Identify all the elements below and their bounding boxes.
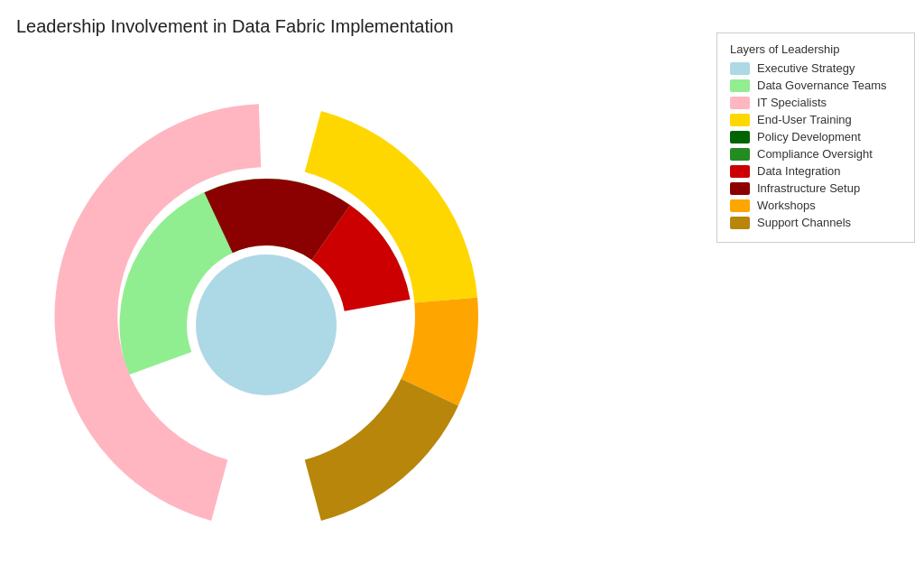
legend-label: Data Integration xyxy=(757,164,841,178)
legend-label: Workshops xyxy=(757,199,816,212)
legend-swatch xyxy=(730,165,750,178)
legend-item: Data Governance Teams xyxy=(730,79,901,92)
legend-label: Infrastructure Setup xyxy=(757,181,860,195)
legend-label: Support Channels xyxy=(757,216,851,229)
exec-strategy xyxy=(196,254,337,395)
legend-label: Compliance Oversight xyxy=(757,147,873,161)
legend-swatch xyxy=(730,114,750,126)
legend-label: End-User Training xyxy=(757,113,852,126)
legend-swatch xyxy=(730,182,750,195)
legend-item: Compliance Oversight xyxy=(730,147,901,161)
legend-label: Policy Development xyxy=(757,130,861,143)
legend-item: Infrastructure Setup xyxy=(730,181,901,195)
legend-swatch xyxy=(730,131,750,143)
legend-item: Data Integration xyxy=(730,164,901,178)
legend-label: Executive Strategy xyxy=(757,61,855,75)
legend-title: Layers of Leadership xyxy=(730,42,901,56)
page-title: Leadership Involvement in Data Fabric Im… xyxy=(16,16,454,37)
legend-swatch xyxy=(730,79,750,92)
legend-swatch xyxy=(730,199,750,212)
legend-item: IT Specialists xyxy=(730,96,901,109)
legend-items: Executive StrategyData Governance TeamsI… xyxy=(730,61,901,229)
legend-swatch xyxy=(730,217,750,229)
legend: Layers of Leadership Executive StrategyD… xyxy=(716,32,915,243)
legend-swatch xyxy=(730,148,750,161)
chart-container xyxy=(0,54,704,578)
legend-label: Data Governance Teams xyxy=(757,79,887,92)
legend-swatch xyxy=(730,97,750,109)
legend-label: IT Specialists xyxy=(757,96,827,109)
legend-item: Policy Development xyxy=(730,130,901,143)
legend-item: Workshops xyxy=(730,199,901,212)
legend-item: Support Channels xyxy=(730,216,901,229)
legend-swatch xyxy=(730,62,750,75)
legend-item: Executive Strategy xyxy=(730,61,901,75)
legend-item: End-User Training xyxy=(730,113,901,126)
